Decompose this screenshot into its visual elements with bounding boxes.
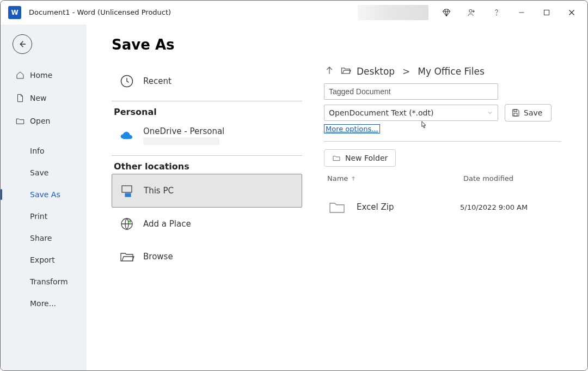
window-title: Document1 - Word (Unlicensed Product) (29, 8, 171, 16)
filename-input[interactable] (324, 83, 498, 100)
save-button[interactable]: Save (505, 104, 552, 121)
clock-icon (116, 70, 138, 92)
cursor-icon (419, 120, 428, 130)
breadcrumb-part[interactable]: Desktop (357, 66, 395, 77)
folder-icon (327, 199, 347, 215)
column-label: Name (327, 174, 348, 183)
file-list-header: Name Date modified (324, 167, 561, 186)
nav-label: Info (30, 147, 45, 155)
account-placeholder (358, 5, 428, 20)
file-name: Excel Zip (357, 202, 460, 212)
page-title: Save As (112, 37, 561, 53)
new-folder-icon (332, 154, 341, 162)
titlebar: W Document1 - Word (Unlicensed Product) (1, 1, 587, 25)
nav-label: More... (30, 299, 56, 308)
column-name[interactable]: Name (327, 174, 463, 183)
nav-label: Home (30, 71, 52, 80)
this-pc-icon (117, 180, 138, 202)
file-row[interactable]: Excel Zip 5/10/2022 9:00 AM (324, 186, 561, 228)
location-onedrive[interactable]: OneDrive - Personal (112, 119, 302, 152)
location-label: This PC (144, 186, 174, 196)
save-label: Save (524, 108, 542, 117)
open-folder-icon (15, 116, 26, 126)
breadcrumb-part[interactable]: My Office Files (418, 66, 484, 77)
nav-save-as[interactable]: Save As (1, 184, 87, 205)
minimize-button[interactable] (509, 2, 534, 23)
nav-home[interactable]: Home (1, 64, 87, 87)
chevron-down-icon (487, 110, 493, 116)
nav-open[interactable]: Open (1, 110, 87, 132)
close-button[interactable] (559, 2, 584, 23)
new-folder-label: New Folder (345, 154, 388, 162)
svg-rect-7 (122, 186, 132, 192)
maximize-button[interactable] (534, 2, 559, 23)
breadcrumb: Desktop > My Office Files (324, 65, 561, 78)
column-date[interactable]: Date modified (463, 174, 561, 183)
new-folder-button[interactable]: New Folder (324, 149, 396, 167)
location-browse[interactable]: Browse (112, 240, 302, 273)
svg-point-1 (497, 15, 497, 15)
nav-label: Save (30, 168, 48, 177)
folder-icon (340, 65, 351, 78)
nav-label: Save As (30, 190, 60, 199)
onedrive-account-placeholder (143, 137, 219, 145)
column-label: Date modified (463, 174, 513, 183)
nav-new[interactable]: New (1, 87, 87, 110)
backstage-sidebar: Home New Open Info Save Save As Print Sh… (1, 25, 87, 370)
location-label: OneDrive - Personal (143, 126, 224, 136)
location-label: Recent (143, 76, 171, 86)
browse-folder-icon (116, 246, 138, 267)
nav-label: Open (30, 117, 50, 125)
divider (112, 155, 302, 156)
save-disk-icon (511, 108, 520, 118)
location-this-pc[interactable]: This PC (112, 174, 302, 208)
nav-export[interactable]: Export (1, 249, 87, 271)
more-options-link[interactable]: More options... (324, 124, 380, 133)
nav-label: Share (30, 234, 52, 242)
back-button[interactable] (13, 34, 32, 54)
location-add-place[interactable]: Add a Place (112, 208, 302, 240)
nav-print[interactable]: Print (1, 205, 87, 227)
location-recent[interactable]: Recent (112, 65, 302, 98)
locations-panel: Recent Personal OneDrive - Personal (112, 65, 302, 370)
svg-rect-8 (125, 193, 131, 197)
filetype-value: OpenDocument Text (*.odt) (329, 108, 433, 117)
svg-rect-3 (544, 10, 549, 15)
nav-share[interactable]: Share (1, 227, 87, 249)
file-date: 5/10/2022 9:00 AM (460, 203, 558, 211)
svg-point-0 (469, 9, 472, 12)
divider (324, 141, 561, 142)
help-button[interactable] (484, 2, 509, 23)
breadcrumb-separator: > (402, 66, 410, 77)
onedrive-icon (116, 125, 138, 147)
divider (112, 101, 302, 101)
location-label: Add a Place (143, 219, 191, 229)
nav-more[interactable]: More... (1, 293, 87, 314)
add-place-icon (116, 213, 138, 235)
section-personal: Personal (112, 107, 302, 117)
premium-icon[interactable] (434, 2, 459, 23)
section-other: Other locations (112, 161, 302, 172)
share-account-icon[interactable] (459, 2, 484, 23)
filetype-select[interactable]: OpenDocument Text (*.odt) (324, 105, 498, 121)
svg-rect-11 (514, 113, 517, 116)
svg-rect-10 (514, 110, 517, 112)
nav-label: Export (30, 256, 55, 264)
up-one-level-icon[interactable] (324, 65, 335, 78)
file-browser-panel: Desktop > My Office Files OpenDocument T… (324, 65, 561, 370)
nav-label: New (30, 94, 47, 102)
nav-label: Print (30, 212, 47, 221)
nav-transform[interactable]: Transform (1, 271, 87, 293)
location-label: Browse (143, 252, 173, 261)
sort-up-icon (350, 175, 357, 182)
nav-save[interactable]: Save (1, 162, 87, 184)
word-app-icon: W (8, 6, 21, 19)
nav-label: Transform (30, 277, 68, 286)
nav-info[interactable]: Info (1, 140, 87, 162)
home-icon (15, 70, 26, 80)
new-file-icon (15, 93, 26, 103)
